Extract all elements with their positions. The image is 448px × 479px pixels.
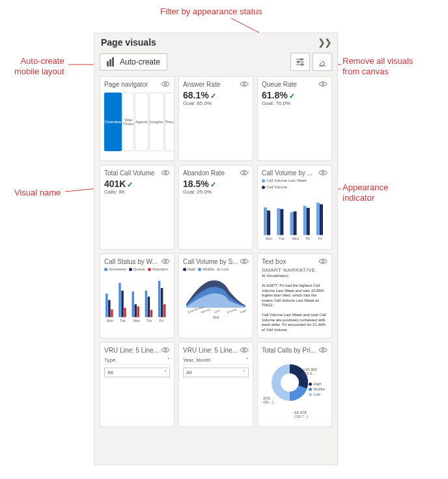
visual-card[interactable]: Call Volume by ...Call Volume Last WeekC… (257, 165, 332, 250)
svg-text:Fri: Fri (160, 319, 163, 323)
page-tab[interactable]: Trends (165, 93, 175, 151)
visual-title: Total Calls by Pri... (262, 347, 318, 354)
svg-text:Tue: Tue (279, 237, 285, 240)
svg-rect-39 (111, 310, 113, 317)
visual-card[interactable]: Total Call Volume401K✓Calls: 8K (100, 165, 175, 250)
annotation-visual-name: Visual name (14, 188, 61, 198)
svg-text:Mon: Mon (266, 237, 272, 240)
annotation-remove: Remove all visuals from canvas (343, 56, 413, 76)
toolbar: Auto-create (94, 50, 337, 76)
svg-rect-47 (148, 297, 150, 317)
visibility-icon (318, 168, 328, 177)
visual-card[interactable]: Total Calls by Pri...HighMiddleLow110,38… (257, 342, 332, 427)
visibility-icon (240, 80, 249, 89)
svg-rect-28 (307, 208, 310, 235)
svg-point-19 (243, 171, 245, 174)
svg-rect-45 (137, 306, 140, 317)
page-tab[interactable]: Agents (135, 93, 148, 151)
svg-text:Thu: Thu (147, 319, 152, 323)
visibility-icon (161, 257, 170, 266)
visual-title: Page navigator (104, 81, 161, 88)
svg-text:Wed: Wed (133, 319, 139, 323)
visibility-icon (161, 345, 170, 355)
svg-rect-21 (264, 207, 267, 235)
svg-rect-5 (107, 61, 109, 66)
visual-body: Year, Month˅All˅ (179, 355, 253, 426)
visual-body: 18.5%✓Goal: 25.0% (179, 177, 253, 249)
svg-point-15 (164, 83, 167, 85)
panel-header: Page visuals ❯❯ (94, 33, 337, 50)
svg-text:Night: Night (240, 308, 247, 313)
svg-text:Thr: Thr (305, 237, 311, 240)
collapse-icon[interactable]: ❯❯ (318, 37, 331, 48)
slicer-dropdown[interactable]: All˅ (183, 368, 249, 377)
visual-body: Type˅All˅ (100, 355, 174, 426)
visual-card[interactable]: Answer Rate68.1%✓Goal: 85.0% (178, 76, 253, 161)
eraser-icon (318, 57, 327, 66)
svg-rect-50 (161, 288, 163, 317)
svg-rect-43 (132, 291, 134, 317)
visibility-icon (318, 345, 328, 355)
filter-button[interactable] (290, 53, 310, 71)
panel-title: Page visuals (101, 37, 156, 48)
visibility-icon (161, 168, 170, 177)
visual-body: SMART NARRATIVEAI VisualizationAt 61877,… (258, 266, 331, 338)
annotation-indicator: Appearance indicator (343, 182, 388, 203)
visual-card[interactable]: Abandon Rate18.5%✓Goal: 25.0% (178, 165, 253, 250)
svg-rect-37 (105, 294, 108, 317)
visibility-icon (318, 257, 328, 266)
svg-rect-40 (119, 283, 121, 317)
visual-title: Queue Rate (262, 81, 318, 88)
visual-card[interactable]: VRU Line: 5 Line...Type˅All˅ (100, 342, 175, 427)
visual-body: OverviewWait TimesAgentsInsightsTrends (100, 89, 174, 160)
svg-text:Noon: Noon (214, 309, 221, 314)
page-tab[interactable]: Insights (149, 93, 164, 151)
visual-card[interactable]: Call Status by W...AnsweredQueueAbandonM… (100, 254, 175, 338)
svg-rect-51 (163, 304, 166, 317)
slicer-dropdown[interactable]: All˅ (104, 368, 170, 377)
visual-title: VRU Line: 5 Line... (104, 347, 161, 354)
auto-create-icon (107, 57, 116, 66)
page-tab[interactable]: Overview (104, 93, 122, 151)
svg-point-16 (243, 83, 245, 85)
svg-rect-29 (316, 203, 320, 235)
svg-rect-25 (290, 212, 293, 235)
svg-text:Wed: Wed (292, 237, 298, 240)
visual-title: Answer Rate (183, 81, 240, 88)
visual-title: Call Volume by ... (262, 169, 318, 177)
visual-body: 68.1%✓Goal: 85.0% (179, 89, 253, 160)
visual-card[interactable]: Page navigatorOverviewWait TimesAgentsIn… (100, 76, 175, 161)
svg-rect-48 (150, 310, 153, 317)
svg-rect-46 (145, 291, 148, 317)
visual-title: Text box (262, 258, 318, 265)
svg-rect-49 (158, 281, 161, 317)
visual-body: Call Volume Last WeekCall VolumeMonTueWe… (258, 177, 331, 249)
visual-card[interactable]: VRU Line: 5 Line...Year, Month˅All˅ (178, 342, 253, 427)
visuals-grid: Page navigatorOverviewWait TimesAgentsIn… (100, 76, 332, 427)
svg-rect-44 (134, 304, 137, 317)
eraser-button[interactable] (313, 53, 332, 71)
visual-body: HighMiddleLow110,382(32.5...66,978(19.7.… (258, 355, 331, 426)
svg-text:Shift: Shift (212, 315, 219, 319)
visual-body: 61.8%✓Goal: 70.0% (258, 89, 331, 160)
visual-card[interactable]: Call Volume by S...HighMiddleLowEarly Mo… (178, 254, 253, 338)
svg-rect-38 (108, 300, 111, 317)
svg-point-57 (243, 260, 245, 263)
visual-title: VRU Line: 5 Line... (183, 347, 240, 354)
svg-rect-41 (121, 291, 124, 317)
visual-card[interactable]: Text boxSMART NARRATIVEAI VisualizationA… (257, 254, 332, 338)
svg-rect-7 (112, 57, 114, 66)
svg-text:Mon: Mon (107, 319, 113, 323)
svg-point-66 (243, 349, 245, 351)
visual-title: Abandon Rate (183, 169, 240, 177)
svg-rect-6 (109, 59, 111, 66)
annotation-filter: Filter by appearance status (160, 7, 262, 17)
auto-create-label: Auto-create (120, 57, 160, 66)
visual-title: Total Call Volume (104, 169, 161, 177)
visual-body: AnsweredQueueAbandonMonTueWedThuFri (100, 266, 174, 338)
page-tab[interactable]: Wait Times (122, 93, 134, 151)
visual-card[interactable]: Queue Rate61.8%✓Goal: 70.0% (257, 76, 332, 161)
svg-text:Evening: Evening (227, 308, 236, 314)
auto-create-button[interactable]: Auto-create (100, 53, 167, 70)
svg-rect-30 (320, 204, 323, 235)
